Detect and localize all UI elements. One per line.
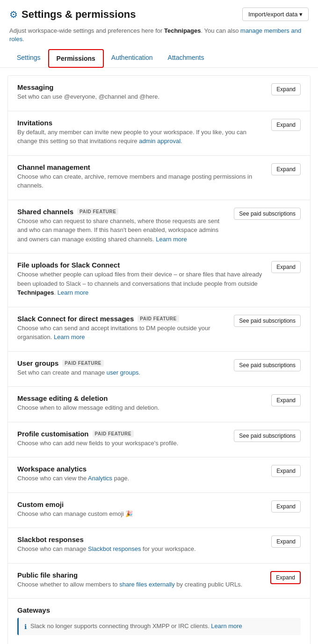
- section-title-workspace-analytics: Workspace analytics: [17, 465, 87, 473]
- section-header-file-uploads: File uploads for Slack ConnectChoose whe…: [17, 261, 301, 297]
- section-slack-connect-dm: Slack Connect for direct messagesPAID FE…: [8, 307, 310, 352]
- expand-button-custom-emoji[interactable]: Expand: [271, 500, 301, 513]
- tab-permissions[interactable]: Permissions: [48, 49, 104, 68]
- expand-button-channel-management[interactable]: Expand: [271, 163, 301, 175]
- tab-settings[interactable]: Settings: [9, 49, 48, 68]
- section-user-groups: User groupsPAID FEATURESet who can creat…: [8, 352, 310, 387]
- section-title-slack-connect-dm: Slack Connect for direct messages: [17, 315, 134, 323]
- section-header-invitations: InvitationsBy default, any member can in…: [17, 119, 301, 146]
- section-header-shared-channels: Shared channelsPAID FEATUREChoose who ca…: [17, 208, 301, 244]
- paid-badge-profile-customisation: PAID FEATURE: [93, 430, 134, 437]
- page-header: ⚙ Settings & permissions Import/export d…: [0, 0, 318, 25]
- section-desc-shared-channels: Choose who can request to share channels…: [17, 217, 228, 244]
- section-desc-user-groups: Set who can create and manage user group…: [17, 368, 228, 377]
- section-shared-channels: Shared channelsPAID FEATUREChoose who ca…: [8, 200, 310, 254]
- expand-button-file-uploads[interactable]: Expand: [271, 261, 301, 273]
- section-desc-workspace-analytics: Choose who can view the Analytics page.: [17, 474, 266, 483]
- section-header-slack-connect-dm: Slack Connect for direct messagesPAID FE…: [17, 315, 301, 342]
- section-title-profile-customisation: Profile customisation: [17, 430, 89, 438]
- section-title-gateways: Gateways: [17, 606, 50, 614]
- section-title-messaging: Messaging: [17, 83, 54, 91]
- expand-button-invitations[interactable]: Expand: [271, 119, 301, 131]
- header-left: ⚙ Settings & permissions: [9, 8, 136, 21]
- section-profile-customisation: Profile customisationPAID FEATUREChoose …: [8, 422, 310, 458]
- tabs-nav: Settings Permissions Authentication Atta…: [0, 49, 318, 68]
- tab-authentication[interactable]: Authentication: [104, 49, 160, 68]
- section-title-shared-channels: Shared channels: [17, 208, 73, 216]
- section-header-messaging: MessagingSet who can use @everyone, @cha…: [17, 83, 301, 101]
- paid-button-user-groups[interactable]: See paid subscriptions: [234, 359, 301, 371]
- section-desc-public-file-sharing: Choose whether to allow members to share…: [17, 580, 265, 589]
- section-desc-invitations: By default, any member can invite new pe…: [17, 128, 266, 146]
- info-box-gateways: ℹSlack no longer supports connecting thr…: [17, 618, 301, 635]
- expand-button-workspace-analytics[interactable]: Expand: [271, 465, 301, 477]
- section-title-slackbot-responses: Slackbot responses: [17, 535, 84, 543]
- section-header-user-groups: User groupsPAID FEATURESet who can creat…: [17, 359, 301, 377]
- section-header-profile-customisation: Profile customisationPAID FEATUREChoose …: [17, 430, 301, 448]
- section-file-uploads: File uploads for Slack ConnectChoose whe…: [8, 253, 310, 307]
- section-header-workspace-analytics: Workspace analyticsChoose who can view t…: [17, 465, 301, 483]
- info-icon: ℹ: [24, 623, 27, 630]
- section-title-invitations: Invitations: [17, 119, 52, 127]
- section-header-custom-emoji: Custom emojiChoose who can manage custom…: [17, 500, 301, 519]
- section-messaging: MessagingSet who can use @everyone, @cha…: [8, 76, 310, 111]
- section-desc-slackbot-responses: Choose who can manage Slackbot responses…: [17, 544, 266, 554]
- section-title-user-groups: User groups: [17, 359, 58, 367]
- section-desc-message-editing: Choose when to allow message editing and…: [17, 403, 266, 412]
- section-header-channel-management: Channel managementChoose who can create,…: [17, 163, 301, 190]
- section-desc-file-uploads: Choose whether people can upload files f…: [17, 270, 266, 297]
- tab-attachments[interactable]: Attachments: [160, 49, 212, 68]
- section-header-public-file-sharing: Public file sharingChoose whether to all…: [17, 571, 301, 589]
- section-gateways: GatewaysℹSlack no longer supports connec…: [8, 599, 310, 644]
- section-channel-management: Channel managementChoose who can create,…: [8, 156, 310, 200]
- permissions-content: MessagingSet who can use @everyone, @cha…: [7, 75, 311, 644]
- section-header-message-editing: Message editing & deletionChoose when to…: [17, 394, 301, 412]
- section-desc-channel-management: Choose who can create, archive, remove m…: [17, 172, 266, 190]
- section-title-public-file-sharing: Public file sharing: [17, 571, 78, 579]
- section-desc-profile-customisation: Choose who can add new fields to your wo…: [17, 439, 228, 448]
- section-header-slackbot-responses: Slackbot responsesChoose who can manage …: [17, 535, 301, 554]
- section-public-file-sharing: Public file sharingChoose whether to all…: [8, 564, 310, 599]
- section-invitations: InvitationsBy default, any member can in…: [8, 111, 310, 156]
- paid-badge-slack-connect-dm: PAID FEATURE: [137, 315, 179, 322]
- section-custom-emoji: Custom emojiChoose who can manage custom…: [8, 493, 310, 528]
- expand-button-message-editing[interactable]: Expand: [271, 394, 301, 406]
- paid-badge-shared-channels: PAID FEATURE: [77, 208, 118, 215]
- section-slackbot-responses: Slackbot responsesChoose who can manage …: [8, 528, 310, 564]
- section-title-message-editing: Message editing & deletion: [17, 394, 108, 402]
- section-workspace-analytics: Workspace analyticsChoose who can view t…: [8, 457, 310, 493]
- paid-badge-user-groups: PAID FEATURE: [62, 360, 103, 367]
- gear-icon: ⚙: [9, 9, 18, 20]
- expand-button-public-file-sharing[interactable]: Expand: [270, 571, 301, 584]
- section-title-channel-management: Channel management: [17, 163, 90, 171]
- section-desc-messaging: Set who can use @everyone, @channel and …: [17, 92, 266, 101]
- page-title: Settings & permissions: [22, 8, 136, 21]
- expand-button-messaging[interactable]: Expand: [271, 83, 301, 95]
- subtitle: Adjust workspace-wide settings and prefe…: [0, 25, 318, 49]
- paid-button-shared-channels[interactable]: See paid subscriptions: [234, 208, 301, 220]
- paid-button-profile-customisation[interactable]: See paid subscriptions: [234, 430, 301, 442]
- section-title-custom-emoji: Custom emoji: [17, 500, 64, 508]
- section-desc-slack-connect-dm: Choose who can send and accept invitatio…: [17, 324, 228, 342]
- paid-button-slack-connect-dm[interactable]: See paid subscriptions: [234, 315, 301, 327]
- section-message-editing: Message editing & deletionChoose when to…: [8, 387, 310, 422]
- expand-button-slackbot-responses[interactable]: Expand: [271, 535, 301, 548]
- section-desc-custom-emoji: Choose who can manage custom emoji 🎉: [17, 509, 266, 519]
- section-header-gateways: GatewaysℹSlack no longer supports connec…: [17, 606, 301, 635]
- import-export-button[interactable]: Import/export data ▾: [242, 7, 309, 21]
- section-title-file-uploads: File uploads for Slack Connect: [17, 261, 120, 269]
